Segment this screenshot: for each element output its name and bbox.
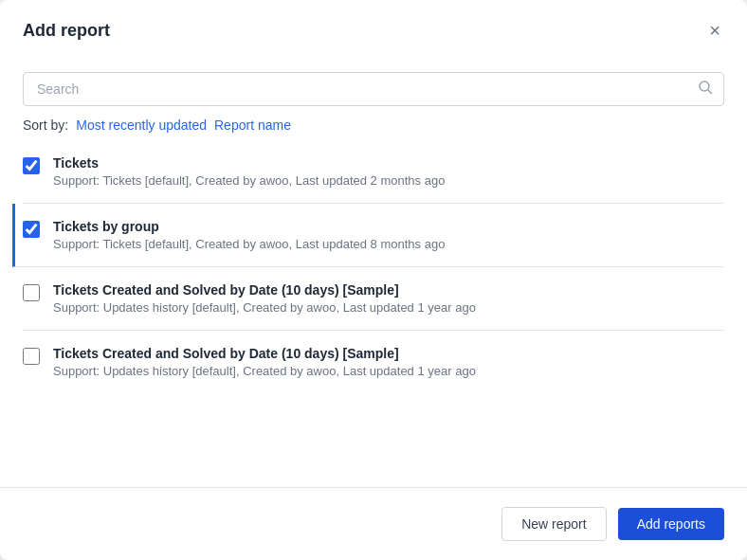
sort-by-label: Sort by: bbox=[23, 117, 68, 133]
report-name: Tickets Created and Solved by Date (10 d… bbox=[53, 282, 724, 298]
checkbox-wrapper bbox=[23, 348, 40, 369]
report-list: TicketsSupport: Tickets [default], Creat… bbox=[23, 148, 724, 393]
report-meta: Support: Tickets [default], Created by a… bbox=[53, 237, 724, 251]
sort-bar: Sort by: Most recently updated Report na… bbox=[23, 117, 724, 133]
search-input[interactable] bbox=[23, 72, 724, 106]
checkbox-wrapper bbox=[23, 157, 40, 178]
report-meta: Support: Updates history [default], Crea… bbox=[53, 364, 724, 378]
report-info: Tickets by groupSupport: Tickets [defaul… bbox=[53, 219, 724, 251]
add-reports-button[interactable]: Add reports bbox=[618, 508, 724, 540]
add-report-dialog: Add report × Sort by: Most recently upda… bbox=[0, 0, 747, 560]
list-item: Tickets Created and Solved by Date (10 d… bbox=[23, 331, 724, 393]
report-checkbox[interactable] bbox=[23, 348, 40, 365]
search-wrapper bbox=[23, 72, 724, 106]
checkbox-wrapper bbox=[23, 284, 40, 305]
report-meta: Support: Updates history [default], Crea… bbox=[53, 300, 724, 315]
report-info: Tickets Created and Solved by Date (10 d… bbox=[53, 282, 724, 315]
sort-report-name-button[interactable]: Report name bbox=[214, 117, 291, 133]
report-name: Tickets bbox=[53, 155, 724, 171]
dialog-footer: New report Add reports bbox=[0, 487, 747, 560]
close-button[interactable]: × bbox=[705, 19, 724, 42]
report-info: TicketsSupport: Tickets [default], Creat… bbox=[53, 155, 724, 188]
list-item: Tickets Created and Solved by Date (10 d… bbox=[23, 267, 724, 331]
sort-most-recently-button[interactable]: Most recently updated bbox=[76, 117, 207, 133]
report-meta: Support: Tickets [default], Created by a… bbox=[53, 173, 724, 188]
new-report-button[interactable]: New report bbox=[501, 507, 606, 541]
report-name: Tickets by group bbox=[53, 219, 724, 234]
report-checkbox[interactable] bbox=[23, 221, 40, 238]
dialog-body: Sort by: Most recently updated Report na… bbox=[0, 57, 747, 487]
list-item: Tickets by groupSupport: Tickets [defaul… bbox=[12, 204, 724, 267]
dialog-header: Add report × bbox=[0, 0, 747, 57]
report-name: Tickets Created and Solved by Date (10 d… bbox=[53, 346, 724, 361]
list-item: TicketsSupport: Tickets [default], Creat… bbox=[23, 148, 724, 204]
checkbox-wrapper bbox=[23, 221, 40, 242]
dialog-title: Add report bbox=[23, 21, 110, 41]
report-info: Tickets Created and Solved by Date (10 d… bbox=[53, 346, 724, 378]
report-checkbox[interactable] bbox=[23, 157, 40, 174]
report-checkbox[interactable] bbox=[23, 284, 40, 301]
